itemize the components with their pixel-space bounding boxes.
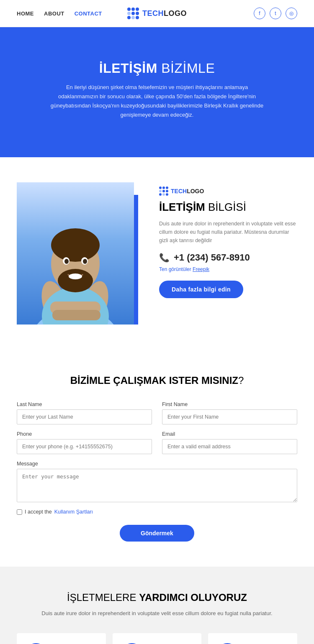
message-input[interactable] xyxy=(17,469,297,502)
logo-text: TECHLOGO xyxy=(142,9,187,18)
email-field: Email xyxy=(162,431,297,454)
twitter-icon[interactable]: t xyxy=(270,8,281,19)
person-photo xyxy=(17,182,134,325)
contact-info-heading: İLETİŞİM BİLGİSİ xyxy=(159,201,297,214)
email-label: Email xyxy=(162,431,297,437)
last-name-input[interactable] xyxy=(17,409,152,424)
main-logo: TECHLOGO xyxy=(127,8,187,19)
svg-point-12 xyxy=(69,273,82,279)
hero-description: En ileriyi düşünen şirket olma felsefemi… xyxy=(48,83,266,120)
phone-label: Phone xyxy=(17,431,152,437)
contact-info-section: TECHLOGO İLETİŞİM BİLGİSİ Duis aute irur… xyxy=(0,157,314,350)
social-icons: f t ◎ xyxy=(254,8,297,19)
terms-checkbox-row: I accept the Kullanım Şartları xyxy=(17,509,297,515)
last-name-label: Last Name xyxy=(17,401,152,407)
terms-link[interactable]: Kullanım Şartları xyxy=(54,509,93,515)
instagram-icon[interactable]: ◎ xyxy=(286,8,297,19)
nav-contact[interactable]: CONTACT xyxy=(75,10,102,17)
help-cards: ✉ bize grafik Güler yüzlü ekibimiz yardı… xyxy=(17,633,297,644)
freepik-link[interactable]: Freepik xyxy=(193,266,209,272)
svg-point-10 xyxy=(64,259,69,264)
email-input[interactable] xyxy=(162,439,297,454)
mini-logo-text: TECHLOGO xyxy=(171,188,204,194)
checkbox-label: I accept the xyxy=(25,509,52,515)
svg-rect-14 xyxy=(52,310,100,320)
submit-button[interactable]: Göndermek xyxy=(120,525,194,542)
learn-more-button[interactable]: Daha fazla bilgi edin xyxy=(159,281,243,298)
message-field: Message xyxy=(17,461,297,502)
svg-point-7 xyxy=(58,269,93,292)
phone-icon: 📞 xyxy=(159,253,170,263)
navbar: HOME ABOUT CONTACT TECHLOGO f t ◎ xyxy=(0,0,314,27)
contact-form: Last Name First Name Phone Email Message xyxy=(17,401,297,542)
help-card-phone: 📞 Telefon Pzt-Cum, 08:00 - 05:00 +1(555)… xyxy=(208,633,297,644)
person-svg xyxy=(21,191,130,325)
help-card-office: 📍 Ofis Ofis merkezimize gelip merhaba de… xyxy=(113,633,202,644)
svg-point-11 xyxy=(83,259,87,264)
contact-info-body: Duis aute irure dolor in reprehenderit i… xyxy=(159,220,297,245)
nav-home[interactable]: HOME xyxy=(17,10,34,17)
first-name-input[interactable] xyxy=(162,409,297,424)
logo-dots-icon xyxy=(127,8,139,19)
form-section: BİZİMLE ÇALIŞMAK ISTER MISINIZ? Last Nam… xyxy=(0,350,314,567)
svg-point-6 xyxy=(51,228,100,262)
terms-checkbox[interactable] xyxy=(17,509,22,515)
first-name-label: First Name xyxy=(162,401,297,407)
contact-info-content: TECHLOGO İLETİŞİM BİLGİSİ Duis aute irur… xyxy=(159,182,297,298)
phone-input[interactable] xyxy=(17,439,152,454)
form-submit-wrap: Göndermek xyxy=(17,525,297,542)
form-grid: Last Name First Name Phone Email Message xyxy=(17,401,297,502)
hero-title: İLETİŞİM BİZİMLE xyxy=(17,61,297,76)
nav-links: HOME ABOUT CONTACT xyxy=(17,10,102,17)
freepik-credit: Ten görüntüler Freepik xyxy=(159,266,297,272)
help-heading: İŞLETMELERE YARDIMCI OLUYORUZ xyxy=(17,592,297,603)
phone-number: +1 (234) 567-8910 xyxy=(174,252,250,263)
person-image-wrap xyxy=(17,182,142,325)
last-name-field: Last Name xyxy=(17,401,152,424)
facebook-icon[interactable]: f xyxy=(254,8,265,19)
help-subtitle: Duis aute irure dolor in reprehenderit i… xyxy=(17,609,297,618)
help-section: İŞLETMELERE YARDIMCI OLUYORUZ Duis aute … xyxy=(0,567,314,644)
form-heading: BİZİMLE ÇALIŞMAK ISTER MISINIZ? xyxy=(17,375,297,386)
nav-about[interactable]: ABOUT xyxy=(44,10,64,17)
phone-row: 📞 +1 (234) 567-8910 xyxy=(159,252,297,263)
help-card-email: ✉ bize grafik Güler yüzlü ekibimiz yardı… xyxy=(17,633,106,644)
mini-logo: TECHLOGO xyxy=(159,187,297,196)
message-label: Message xyxy=(17,461,297,467)
phone-field: Phone xyxy=(17,431,152,454)
mini-logo-dots xyxy=(159,187,168,196)
hero-section: İLETİŞİM BİZİMLE En ileriyi düşünen şirk… xyxy=(0,27,314,157)
first-name-field: First Name xyxy=(162,401,297,424)
